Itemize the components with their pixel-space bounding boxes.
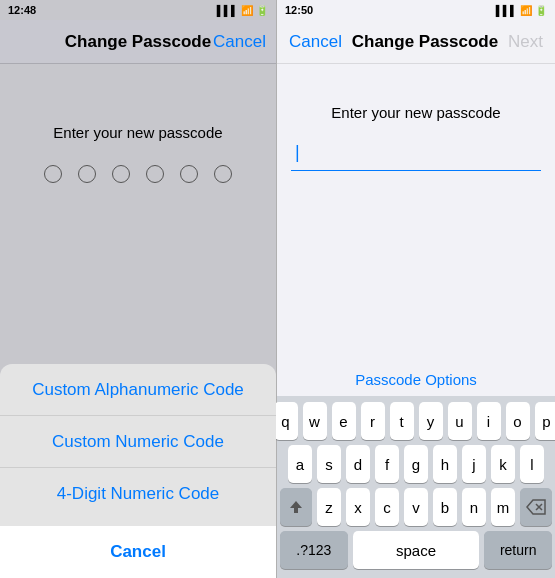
key-p[interactable]: p [535, 402, 556, 440]
key-t[interactable]: t [390, 402, 414, 440]
left-prompt: Enter your new passcode [53, 124, 222, 141]
left-status-bar: 12:48 ▌▌▌ 📶 🔋 [0, 0, 276, 20]
right-time: 12:50 [285, 4, 313, 16]
left-status-icons: ▌▌▌ 📶 🔋 [217, 5, 268, 16]
left-cancel-button[interactable]: Cancel [213, 32, 266, 52]
right-battery-icon: 🔋 [535, 5, 547, 16]
left-time: 12:48 [8, 4, 36, 16]
key-b[interactable]: b [433, 488, 457, 526]
left-screen: 12:48 ▌▌▌ 📶 🔋 Change Passcode Cancel Ent… [0, 0, 276, 578]
backspace-icon [526, 499, 546, 515]
keyboard-row-4: .?123 space return [280, 531, 552, 569]
option-alphanumeric[interactable]: Custom Alphanumeric Code [0, 364, 276, 416]
wifi-icon: 📶 [241, 5, 253, 16]
keyboard-row-3: z x c v b n m [280, 488, 552, 526]
key-numbers[interactable]: .?123 [280, 531, 348, 569]
key-h[interactable]: h [433, 445, 457, 483]
right-cancel-button[interactable]: Cancel [289, 32, 342, 52]
dot-4 [146, 165, 164, 183]
right-status-icons: ▌▌▌ 📶 🔋 [496, 5, 547, 16]
battery-icon: 🔋 [256, 5, 268, 16]
on-screen-keyboard: q w e r t y u i o p a s d f g h j k l [277, 396, 555, 578]
key-return[interactable]: return [484, 531, 552, 569]
dropdown-cancel-button[interactable]: Cancel [0, 526, 276, 578]
key-k[interactable]: k [491, 445, 515, 483]
option-4digit[interactable]: 4-Digit Numeric Code [0, 468, 276, 520]
right-signal-icon: ▌▌▌ [496, 5, 517, 16]
right-prompt: Enter your new passcode [331, 104, 500, 121]
key-s[interactable]: s [317, 445, 341, 483]
key-o[interactable]: o [506, 402, 530, 440]
key-g[interactable]: g [404, 445, 428, 483]
key-z[interactable]: z [317, 488, 341, 526]
delete-key[interactable] [520, 488, 552, 526]
key-y[interactable]: y [419, 402, 443, 440]
key-e[interactable]: e [332, 402, 356, 440]
left-nav-bar: Change Passcode Cancel [0, 20, 276, 64]
key-n[interactable]: n [462, 488, 486, 526]
key-f[interactable]: f [375, 445, 399, 483]
key-c[interactable]: c [375, 488, 399, 526]
keyboard-row-1: q w e r t y u i o p [280, 402, 552, 440]
right-nav-title: Change Passcode [352, 32, 498, 52]
key-x[interactable]: x [346, 488, 370, 526]
dot-2 [78, 165, 96, 183]
dot-5 [180, 165, 198, 183]
right-wifi-icon: 📶 [520, 5, 532, 16]
passcode-dots [44, 165, 232, 183]
dot-6 [214, 165, 232, 183]
option-custom-numeric[interactable]: Custom Numeric Code [0, 416, 276, 468]
key-r[interactable]: r [361, 402, 385, 440]
key-m[interactable]: m [491, 488, 515, 526]
right-status-bar: 12:50 ▌▌▌ 📶 🔋 [277, 0, 555, 20]
signal-icon: ▌▌▌ [217, 5, 238, 16]
right-nav-bar: Cancel Change Passcode Next [277, 20, 555, 64]
passcode-text-input[interactable] [291, 135, 541, 171]
dot-3 [112, 165, 130, 183]
key-a[interactable]: a [288, 445, 312, 483]
key-j[interactable]: j [462, 445, 486, 483]
key-q[interactable]: q [274, 402, 298, 440]
key-v[interactable]: v [404, 488, 428, 526]
passcode-options-dropdown: Custom Alphanumeric Code Custom Numeric … [0, 364, 276, 578]
key-w[interactable]: w [303, 402, 327, 440]
shift-key[interactable] [280, 488, 312, 526]
right-passcode-options-link[interactable]: Passcode Options [355, 371, 477, 388]
key-space[interactable]: space [353, 531, 480, 569]
key-i[interactable]: i [477, 402, 501, 440]
left-nav-title: Change Passcode [65, 32, 211, 52]
dot-1 [44, 165, 62, 183]
shift-icon [288, 499, 304, 515]
key-u[interactable]: u [448, 402, 472, 440]
right-next-button[interactable]: Next [508, 32, 543, 52]
right-screen: 12:50 ▌▌▌ 📶 🔋 Cancel Change Passcode Nex… [277, 0, 555, 578]
keyboard-row-2: a s d f g h j k l [280, 445, 552, 483]
right-content-area: Enter your new passcode Passcode Options [277, 64, 555, 396]
key-l[interactable]: l [520, 445, 544, 483]
key-d[interactable]: d [346, 445, 370, 483]
